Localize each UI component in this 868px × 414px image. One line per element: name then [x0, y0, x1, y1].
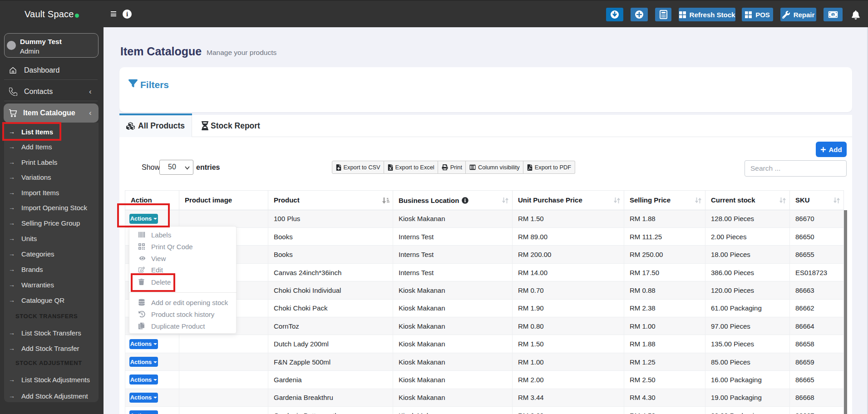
- svg-text:1: 1: [832, 13, 834, 17]
